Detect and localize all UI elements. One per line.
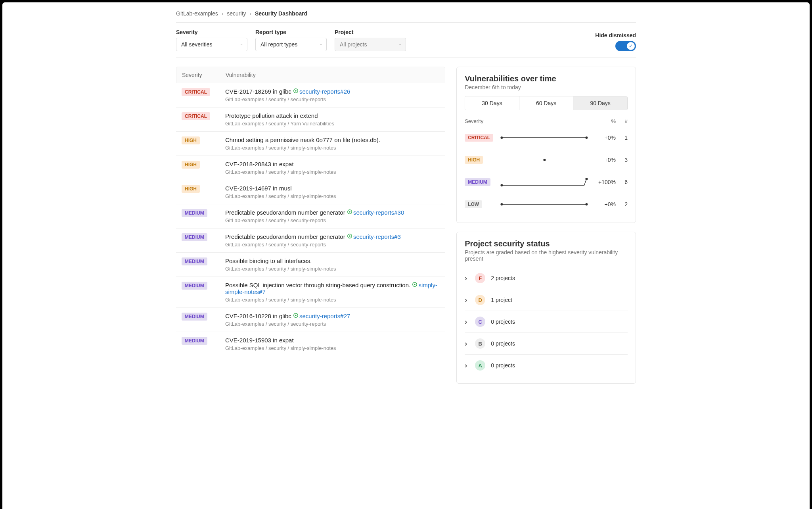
filter-bar: Severity All severities ⌄ Report type Al… [176,23,636,58]
severity-badge: MEDIUM [182,282,207,290]
trend-pct: +100% [592,179,616,185]
trend-pct: +0% [592,157,616,163]
breadcrumb-item[interactable]: GitLab-examples [176,10,218,17]
grade-row[interactable]: ›A0 projects [465,355,628,376]
severity-badge: MEDIUM [465,178,490,186]
vuln-path: GitLab-examples / security / simply-simp… [225,345,440,351]
vuln-path: GitLab-examples / security / Yarn Vulner… [225,121,440,127]
panel-subtitle: Projects are graded based on the highest… [465,249,628,262]
tab-60-days[interactable]: 60 Days [519,96,573,110]
svg-point-17 [501,203,503,206]
table-row[interactable]: HIGHCVE-2018-20843 in expatGitLab-exampl… [176,156,445,180]
chevron-right-icon: › [465,340,469,348]
tab-90-days[interactable]: 90 Days [573,96,627,110]
select-value: All severities [181,41,213,48]
vuln-path: GitLab-examples / security / simply-simp… [225,193,440,199]
project-select[interactable]: All projects ⌄ [335,38,406,51]
grade-count: 0 projects [491,362,515,369]
breadcrumb-item[interactable]: security [227,10,246,17]
sparkline [497,200,592,209]
filter-label-severity: Severity [176,29,247,35]
severity-badge: CRITICAL [182,112,210,120]
chevron-right-icon: › [222,10,224,17]
issue-link[interactable]: security-reports#26 [299,88,350,95]
vuln-title: Prototype pollution attack in extend [225,112,440,119]
vuln-path: GitLab-examples / security / simply-simp… [225,169,440,175]
panel-title: Vulnerabilities over time [465,74,628,83]
vuln-title: CVE-2019-15903 in expat [225,337,440,344]
sparkline [497,155,592,165]
trend-pct: +0% [592,201,616,207]
grade-count: 2 projects [491,275,515,281]
chevron-right-icon: › [465,361,469,370]
svg-point-3 [349,211,350,213]
severity-badge: MEDIUM [182,337,207,345]
table-row[interactable]: MEDIUMPossible SQL injection vector thro… [176,277,445,308]
severity-badge: MEDIUM [182,233,207,241]
chevron-down-icon: ⌄ [319,42,322,46]
report-type-select[interactable]: All report types ⌄ [255,38,327,51]
vuln-path: GitLab-examples / security / simply-simp… [225,297,440,303]
table-row[interactable]: MEDIUMPredictable pseudorandom number ge… [176,204,445,229]
grade-row[interactable]: ›D1 project [465,289,628,311]
severity-select[interactable]: All severities ⌄ [176,38,247,51]
chevron-right-icon: › [249,10,251,17]
trends-panel: Vulnerabilities over time December 6th t… [456,67,636,223]
vuln-path: GitLab-examples / security / simply-simp… [225,266,440,272]
tab-30-days[interactable]: 30 Days [465,96,519,110]
svg-point-15 [586,178,588,180]
panel-title: Project security status [465,239,628,248]
vulnerability-list: Severity Vulnerability CRITICALCVE-2017-… [176,67,445,384]
hide-dismissed-toggle[interactable]: ✓ [615,41,636,51]
vuln-title: Chmod setting a permissive mask 0o777 on… [225,136,440,143]
chevron-down-icon: ⌄ [240,42,243,46]
issue-link[interactable]: security-reports#3 [353,233,401,240]
svg-point-13 [544,159,546,161]
svg-point-1 [295,90,297,92]
vuln-path: GitLab-examples / security / simply-simp… [225,145,440,151]
panel-subtitle: December 6th to today [465,84,628,90]
grades-panel: Project security status Projects are gra… [456,232,636,384]
table-row[interactable]: CRITICALCVE-2017-18269 in glibc security… [176,83,445,108]
table-row[interactable]: MEDIUMCVE-2019-15903 in expatGitLab-exam… [176,332,445,356]
issue-link[interactable]: security-reports#27 [299,313,350,319]
trend-row: CRITICAL+0%1 [465,127,628,149]
severity-badge: HIGH [182,185,200,193]
select-value: All projects [340,41,367,48]
grade-badge: B [475,338,485,349]
issue-link-icon [412,282,417,288]
sparkline [497,177,592,187]
vuln-title: Predictable pseudorandom number generato… [225,233,440,240]
table-row[interactable]: MEDIUMPredictable pseudorandom number ge… [176,229,445,253]
grade-row[interactable]: ›C0 projects [465,311,628,333]
severity-badge: CRITICAL [465,134,493,142]
table-row[interactable]: MEDIUMPossible binding to all interfaces… [176,253,445,277]
table-row[interactable]: HIGHCVE-2019-14697 in muslGitLab-example… [176,180,445,204]
trend-row: HIGH+0%3 [465,149,628,171]
severity-badge: MEDIUM [182,313,207,321]
table-header: Severity Vulnerability [176,67,445,83]
severity-badge: HIGH [182,161,200,169]
grade-badge: C [475,317,485,327]
grade-badge: A [475,360,485,371]
svg-point-5 [349,235,350,237]
table-row[interactable]: CRITICALPrototype pollution attack in ex… [176,108,445,132]
severity-badge: HIGH [465,156,483,164]
column-header-vulnerability: Vulnerability [226,72,439,78]
sparkline [497,133,592,142]
vuln-title: CVE-2017-18269 in glibc security-reports… [225,88,440,95]
vuln-title: CVE-2016-10228 in glibc security-reports… [225,313,440,319]
vuln-path: GitLab-examples / security / security-re… [225,96,440,102]
table-row[interactable]: MEDIUMCVE-2016-10228 in glibc security-r… [176,308,445,332]
grade-row[interactable]: ›B0 projects [465,333,628,355]
trend-pct: +0% [592,134,616,141]
breadcrumb-current: Security Dashboard [255,10,307,17]
table-row[interactable]: HIGHChmod setting a permissive mask 0o77… [176,132,445,156]
grade-count: 0 projects [491,340,515,347]
time-range-tabs: 30 Days 60 Days 90 Days [465,96,628,110]
severity-badge: MEDIUM [182,209,207,217]
grade-row[interactable]: ›F2 projects [465,267,628,289]
vuln-path: GitLab-examples / security / security-re… [225,321,440,327]
filter-label-project: Project [335,29,406,35]
issue-link[interactable]: security-reports#30 [353,209,404,216]
